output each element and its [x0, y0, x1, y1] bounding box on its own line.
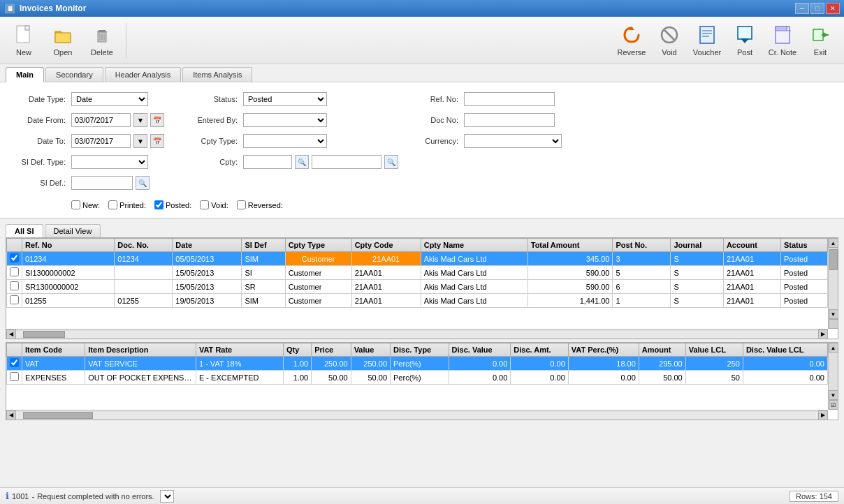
scroll-down-arrow[interactable]: ▼: [829, 309, 838, 319]
cpty-search1[interactable]: 🔍: [295, 155, 309, 169]
subtab-all-si[interactable]: All SI: [6, 224, 43, 237]
cpty-search2[interactable]: 🔍: [384, 155, 398, 169]
row-check-3[interactable]: [10, 281, 19, 290]
date-type-select[interactable]: Date: [71, 92, 148, 106]
void-checkbox[interactable]: [200, 200, 209, 209]
post-button[interactable]: Post: [727, 20, 763, 61]
dcell-disc-type: Perc(%): [391, 357, 449, 371]
detail-grid-vscrollbar: ▲ ▼ ☑: [828, 343, 838, 410]
main-grid-scroll[interactable]: Ref. No Doc. No. Date SI Def Cpty Type C…: [6, 238, 828, 329]
doc-no-input[interactable]: [464, 113, 555, 127]
svg-rect-2: [55, 33, 71, 43]
exit-button[interactable]: Exit: [802, 20, 838, 61]
cell-cpty-type: Customer: [285, 266, 351, 280]
dscroll-left[interactable]: ◀: [6, 410, 16, 420]
si-def-input[interactable]: [71, 176, 133, 190]
scroll-up-arrow[interactable]: ▲: [829, 238, 838, 248]
detail-row[interactable]: VAT VAT SERVICE 1 - VAT 18% 1.00 250.00 …: [7, 357, 828, 371]
new-checkbox[interactable]: [71, 200, 80, 209]
crnote-button[interactable]: Cr. Note: [764, 20, 801, 61]
scroll-hthumb[interactable]: [23, 331, 65, 338]
status-separator: -: [31, 492, 34, 501]
dscroll-track[interactable]: [16, 412, 818, 419]
dscroll-hthumb[interactable]: [23, 412, 93, 419]
cell-date: 15/05/2013: [173, 280, 242, 294]
currency-select[interactable]: [464, 134, 562, 148]
maximize-button[interactable]: □: [810, 3, 824, 14]
rows-container: Rows: 154: [790, 492, 838, 501]
printed-checkbox[interactable]: [108, 200, 117, 209]
table-row[interactable]: SR1300000002 15/05/2013 SR Customer 21AA…: [7, 280, 828, 294]
close-button[interactable]: ✕: [826, 3, 840, 14]
minimize-button[interactable]: ─: [795, 3, 809, 14]
table-row[interactable]: 01255 01255 19/05/2013 SIM Customer 21AA…: [7, 294, 828, 308]
date-to-calendar[interactable]: 📅: [150, 134, 164, 148]
cell-ref-no: 01234: [22, 252, 115, 266]
app-window: 📋 Invoices Monitor ─ □ ✕ New: [0, 0, 844, 504]
si-def-type-label: SI Def. Type:: [17, 158, 66, 166]
detail-grid-scroll-area: Item Code Item Description VAT Rate Qty …: [6, 343, 838, 410]
new-button[interactable]: New: [6, 20, 42, 61]
cell-cpty-name: Akis Mad Cars Ltd: [421, 280, 528, 294]
date-from-calendar[interactable]: 📅: [150, 113, 164, 127]
crnote-label: Cr. Note: [769, 48, 796, 57]
cell-ref-no: SI1300000002: [22, 266, 115, 280]
cell-doc-no: 01234: [115, 252, 173, 266]
tab-main[interactable]: Main: [6, 67, 44, 82]
si-def-search[interactable]: 🔍: [136, 176, 150, 190]
date-to-input[interactable]: [71, 134, 131, 148]
row-check-2[interactable]: [10, 267, 19, 276]
table-row[interactable]: SI1300000002 15/05/2013 SI Customer 21AA…: [7, 266, 828, 280]
tab-header-analysis[interactable]: Header Analysis: [105, 67, 182, 82]
dscroll-corner-btn[interactable]: ☑: [829, 401, 838, 409]
void-label: Void: [662, 48, 676, 57]
cell-journal: S: [671, 252, 723, 266]
scroll-right-arrow[interactable]: ▶: [818, 329, 828, 339]
cell-account: 21AA01: [723, 266, 780, 280]
detail-row[interactable]: EXPENSES OUT OF POCKET EXPENSES E - EXCE…: [7, 371, 828, 385]
status-dropdown[interactable]: [160, 490, 174, 503]
scroll-left-arrow[interactable]: ◀: [6, 329, 16, 339]
cell-cpty-name: Akis Mad Cars Ltd: [421, 266, 528, 280]
si-def-type-select[interactable]: [71, 155, 148, 169]
cpty-name-input[interactable]: [312, 155, 381, 169]
void-button[interactable]: Void: [651, 20, 687, 61]
reversed-checkbox[interactable]: [237, 200, 246, 209]
date-to-picker[interactable]: ▼: [133, 134, 147, 148]
dscroll-right[interactable]: ▶: [818, 410, 828, 420]
subtab-detail-view[interactable]: Detail View: [45, 224, 101, 237]
scroll-thumb[interactable]: [829, 249, 838, 270]
delete-label: Delete: [91, 48, 113, 57]
detail-grid-scroll[interactable]: Item Code Item Description VAT Rate Qty …: [6, 343, 828, 410]
reverse-button[interactable]: Reverse: [613, 20, 650, 61]
cpty-type-select[interactable]: [243, 134, 327, 148]
scroll-track[interactable]: [16, 331, 818, 338]
dscroll-up[interactable]: ▲: [829, 343, 838, 353]
tab-secondary[interactable]: Secondary: [45, 67, 103, 82]
row-check-1[interactable]: [10, 253, 19, 262]
row-check-4[interactable]: [10, 295, 19, 304]
checkbox-row: New: Printed: Posted: Void: Reversed:: [8, 198, 836, 212]
table-row[interactable]: 01234 01234 05/05/2013 SIM Customer 21AA…: [7, 252, 828, 266]
drow-check-1[interactable]: [10, 358, 19, 367]
cell-si-def: SI: [242, 266, 285, 280]
voucher-button[interactable]: Voucher: [689, 20, 725, 61]
date-from-input[interactable]: [71, 113, 131, 127]
cpty-code-input[interactable]: [243, 155, 292, 169]
cell-date: 15/05/2013: [173, 266, 242, 280]
date-from-picker[interactable]: ▼: [133, 113, 147, 127]
dcell-item-code: EXPENSES: [22, 371, 85, 385]
svg-rect-19: [776, 27, 787, 31]
tab-items-analysis[interactable]: Items Analysis: [182, 67, 252, 82]
ref-no-input[interactable]: [464, 92, 555, 106]
main-grid-scroll-area: Ref. No Doc. No. Date SI Def Cpty Type C…: [6, 238, 838, 329]
entered-by-select[interactable]: [243, 113, 327, 127]
posted-checkbox[interactable]: [154, 200, 163, 209]
cell-ref-no: 01255: [22, 294, 115, 308]
delete-button[interactable]: Delete: [84, 20, 120, 61]
main-grid-container: Ref. No Doc. No. Date SI Def Cpty Type C…: [6, 237, 838, 339]
dscroll-down[interactable]: ▼: [829, 390, 838, 400]
open-button[interactable]: Open: [45, 20, 81, 61]
status-select[interactable]: Posted: [243, 92, 327, 106]
drow-check-2[interactable]: [10, 372, 19, 381]
